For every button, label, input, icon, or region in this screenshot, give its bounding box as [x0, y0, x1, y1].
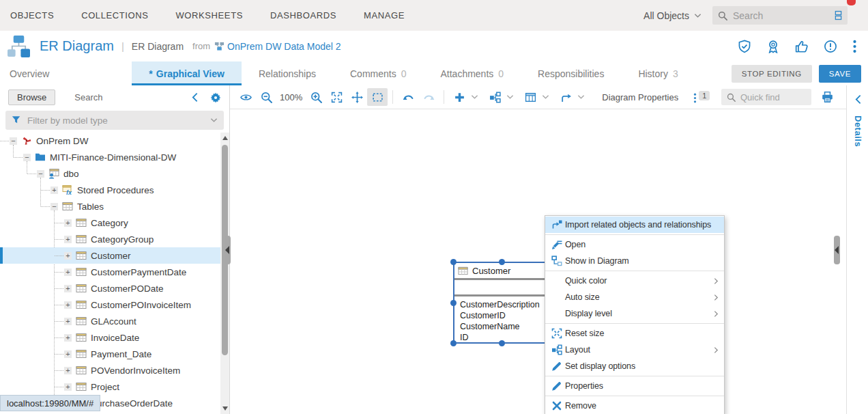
tree-item-project[interactable]: +Project	[0, 378, 220, 395]
print-icon[interactable]	[821, 91, 834, 103]
expand-toggle[interactable]: +	[64, 236, 72, 243]
browse-tab[interactable]: Browse	[8, 89, 55, 105]
menu-item-remove[interactable]: Remove	[545, 398, 724, 414]
tree-item-tables[interactable]: −Tables	[0, 198, 220, 215]
selection-handle[interactable]	[450, 340, 457, 346]
eye-button[interactable]	[235, 88, 256, 106]
tree-item-category[interactable]: +Category	[0, 215, 220, 231]
tree-item-categorygroup[interactable]: +CategoryGroup	[0, 231, 220, 247]
global-search-input[interactable]: Search	[712, 6, 848, 25]
expand-toggle[interactable]: +	[64, 219, 72, 227]
tab-attachments[interactable]: Attachments0	[423, 61, 521, 85]
tree-item-customerpoinvoiceitem[interactable]: +CustomerPOInvoiceItem	[0, 296, 220, 313]
tree-item-dbo[interactable]: −dbo	[0, 165, 220, 182]
model-link[interactable]: OnPrem DW Data Model 2	[227, 41, 341, 52]
nav-item-worksheets[interactable]: WORKSHEETS	[176, 10, 243, 20]
collapse-toggle[interactable]: −	[37, 170, 44, 178]
expand-toggle[interactable]: +	[64, 367, 72, 374]
left-panel-splitter[interactable]	[225, 236, 231, 264]
chevron-down-icon[interactable]	[471, 94, 478, 100]
collapse-toggle[interactable]: −	[50, 203, 58, 210]
tree-item-customer[interactable]: +Customer	[0, 247, 220, 264]
zoom-in-button[interactable]	[306, 88, 326, 106]
tab-history[interactable]: History3	[621, 61, 695, 85]
expand-toggle[interactable]: +	[50, 187, 58, 194]
tree-item-povendorinvoiceitem[interactable]: +POVendorInvoiceItem	[0, 362, 220, 378]
tree-item-invoicedate[interactable]: +InvoiceDate	[0, 329, 220, 346]
expand-toggle[interactable]: +	[64, 318, 72, 325]
tab-overview[interactable]: Overview	[0, 61, 66, 85]
tree-item-customerpodate[interactable]: +CustomerPODate	[0, 280, 220, 296]
expand-toggle[interactable]: +	[64, 285, 72, 292]
details-tab[interactable]: Details	[853, 115, 863, 147]
menu-item-show-in-diagram[interactable]: Show in Diagram	[545, 253, 724, 269]
auto-layout-button[interactable]	[484, 88, 505, 106]
tab-responsibilities[interactable]: Responsibilities	[521, 61, 621, 85]
undo-button[interactable]	[398, 88, 418, 106]
entity-customer[interactable]: Customer CustomerDescriptionCustomerIDCu…	[453, 262, 550, 344]
chevron-down-icon[interactable]	[577, 94, 585, 100]
scope-dropdown[interactable]: All Objects	[643, 10, 701, 21]
shield-check-icon[interactable]	[738, 40, 751, 53]
quick-find-input[interactable]: Quick find	[721, 89, 811, 105]
zoom-out-button[interactable]	[256, 88, 276, 106]
menu-item-reset-size[interactable]: Reset size	[545, 325, 724, 342]
scroll-down-arrow[interactable]	[222, 406, 228, 411]
kebab-menu-icon[interactable]	[852, 40, 857, 53]
expand-toggle[interactable]: +	[64, 334, 72, 342]
collapse-panel-icon[interactable]	[192, 92, 198, 102]
advanced-search-icon[interactable]	[835, 10, 842, 20]
tree-item-miti-finance-dimensional-dw[interactable]: −MITI-Finance-Dimensional-DW	[0, 149, 220, 165]
redo-button[interactable]	[418, 88, 439, 106]
chevron-down-icon[interactable]	[506, 94, 514, 100]
tab-graphical-view[interactable]: *Graphical View	[132, 61, 242, 85]
expand-toggle[interactable]: +	[64, 268, 72, 276]
selection-handle[interactable]	[450, 259, 457, 265]
expand-toggle[interactable]: +	[64, 350, 72, 358]
alert-circle-icon[interactable]	[824, 40, 837, 53]
collapse-toggle[interactable]: −	[10, 137, 17, 145]
properties-badge-button[interactable]: 1	[693, 91, 710, 103]
nav-item-objects[interactable]: OBJECTS	[10, 10, 54, 20]
tree-item-onprem-dw[interactable]: −OnPrem DW	[0, 133, 220, 149]
stop-editing-button[interactable]: STOP EDITING	[732, 65, 812, 83]
menu-item-set-display-options[interactable]: Set display options	[545, 358, 724, 374]
selection-handle[interactable]	[499, 340, 505, 346]
diagram-properties-button[interactable]: Diagram Properties	[602, 92, 678, 102]
tab-relationships[interactable]: Relationships	[242, 61, 333, 85]
add-table-button[interactable]	[520, 88, 540, 106]
tree-item-payment-date[interactable]: +Payment_Date	[0, 346, 220, 362]
tree-item-stored-procedures[interactable]: +fxStored Procedures	[0, 182, 220, 198]
tab-comments[interactable]: Comments0	[333, 61, 423, 85]
menu-item-auto-size[interactable]: Auto size	[545, 289, 724, 305]
menu-item-display-level[interactable]: Display level	[545, 305, 724, 322]
nav-item-dashboards[interactable]: DASHBOARDS	[270, 10, 336, 20]
search-tab[interactable]: Search	[74, 92, 102, 102]
tree-scrollbar[interactable]	[220, 133, 229, 414]
add-relationship-button[interactable]	[555, 88, 576, 106]
fit-to-screen-button[interactable]	[326, 88, 347, 106]
tree-item-glaccount[interactable]: +GLAccount	[0, 313, 220, 329]
menu-item-quick-color[interactable]: Quick color	[545, 273, 724, 289]
gear-icon[interactable]	[210, 92, 221, 103]
menu-item-open[interactable]: Open	[545, 236, 724, 253]
thumbs-up-icon[interactable]	[795, 40, 809, 53]
expand-toggle[interactable]: +	[64, 383, 72, 391]
nav-item-manage[interactable]: MANAGE	[364, 10, 405, 20]
expand-toggle[interactable]: +	[64, 301, 72, 309]
save-button[interactable]: SAVE	[819, 65, 861, 83]
scroll-up-arrow[interactable]	[222, 136, 228, 140]
tree-item-customerpaymentdate[interactable]: +CustomerPaymentDate	[0, 264, 220, 280]
menu-item-import-related-objects-and-relationships[interactable]: Import related objects and relationships	[545, 217, 724, 233]
menu-item-properties[interactable]: Properties	[545, 378, 724, 394]
add-object-button[interactable]	[449, 88, 469, 106]
selection-handle[interactable]	[499, 259, 505, 265]
expand-details-icon[interactable]	[855, 94, 861, 105]
selection-handle[interactable]	[450, 300, 457, 306]
collapse-toggle[interactable]: −	[23, 154, 31, 161]
expand-toggle[interactable]: +	[64, 252, 72, 260]
model-type-filter[interactable]: Filter by model type	[5, 111, 224, 130]
award-icon[interactable]	[766, 40, 780, 53]
menu-item-layout[interactable]: Layout	[545, 342, 724, 358]
chevron-down-icon[interactable]	[542, 94, 549, 100]
